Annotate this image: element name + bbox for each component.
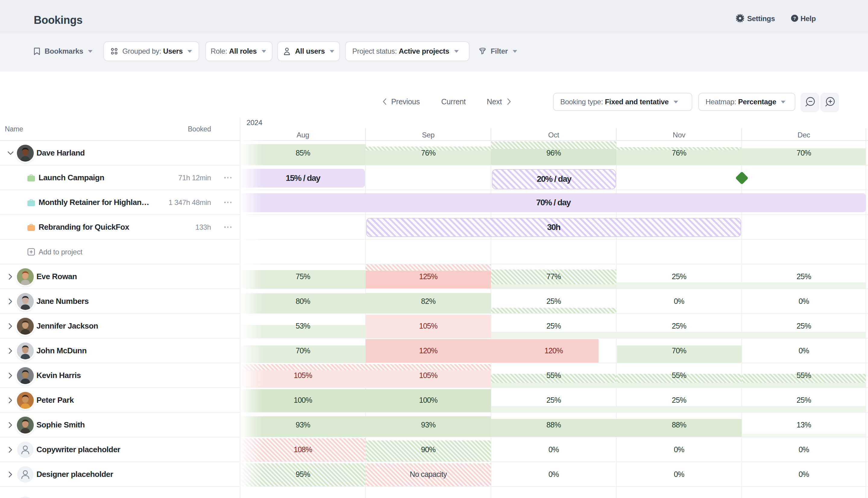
svg-text:?: ? xyxy=(793,16,796,21)
